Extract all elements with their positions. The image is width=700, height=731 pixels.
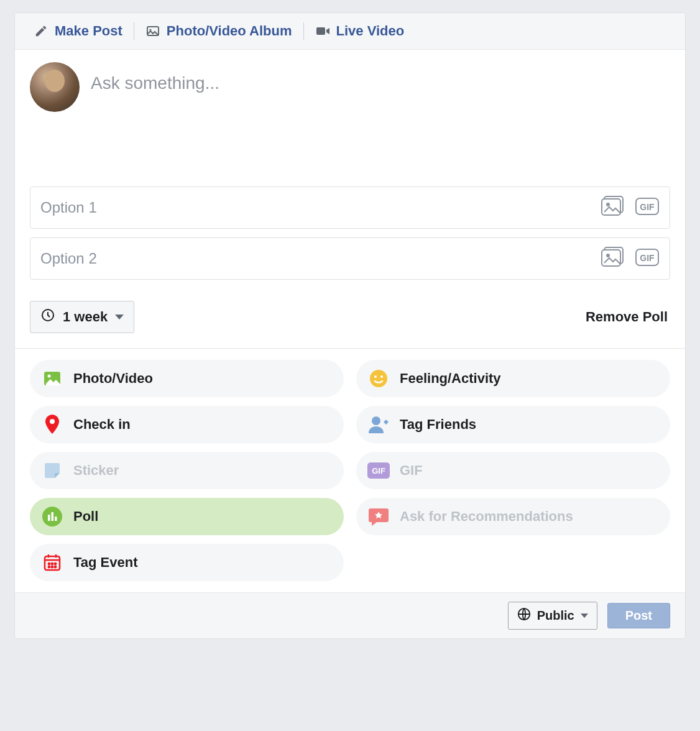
- remove-poll-button[interactable]: Remove Poll: [586, 309, 670, 325]
- svg-point-17: [374, 375, 377, 378]
- attach-photo-video-label: Photo/Video: [73, 370, 153, 387]
- svg-rect-4: [602, 199, 620, 215]
- video-camera-icon: [315, 24, 330, 39]
- photo-album-icon: [145, 24, 160, 39]
- attach-tag-event-label: Tag Event: [73, 554, 138, 571]
- svg-point-10: [607, 254, 609, 257]
- post-button[interactable]: Post: [607, 603, 670, 628]
- poll-option-2-row: GIF: [30, 237, 670, 280]
- attach-ask-recommendations-label: Ask for Recommendations: [400, 508, 573, 525]
- add-photo-option-1[interactable]: [600, 195, 625, 220]
- tag-friends-icon: [367, 413, 390, 436]
- tab-photo-video-album-label: Photo/Video Album: [167, 23, 292, 39]
- svg-text:GIF: GIF: [372, 466, 385, 476]
- attach-tag-friends[interactable]: Tag Friends: [356, 406, 670, 443]
- divider: [134, 22, 134, 40]
- attachments-grid: Photo/Video Feeling/Activity Check in Ta…: [15, 348, 685, 592]
- svg-point-31: [48, 563, 50, 564]
- poll-controls: 1 week Remove Poll: [15, 301, 685, 348]
- svg-rect-2: [316, 27, 325, 35]
- attach-feeling-activity[interactable]: Feeling/Activity: [356, 360, 670, 397]
- attach-check-in[interactable]: Check in: [30, 406, 344, 443]
- svg-point-34: [48, 566, 50, 568]
- poll-duration-label: 1 week: [63, 309, 108, 325]
- attach-poll[interactable]: Poll: [30, 498, 344, 535]
- svg-point-15: [48, 375, 51, 378]
- tab-make-post-label: Make Post: [55, 23, 122, 39]
- chevron-down-icon: [581, 614, 588, 618]
- attach-check-in-label: Check in: [73, 416, 131, 433]
- poll-option-1-row: GIF: [30, 186, 670, 229]
- poll-question-input[interactable]: [91, 62, 670, 93]
- poll-icon: [41, 505, 63, 528]
- add-gif-option-1[interactable]: GIF: [635, 195, 660, 220]
- poll-options: GIF GIF: [15, 186, 685, 301]
- svg-rect-26: [55, 517, 57, 521]
- post-button-label: Post: [625, 609, 652, 622]
- tab-make-post[interactable]: Make Post: [27, 21, 129, 42]
- svg-text:GIF: GIF: [640, 253, 655, 263]
- svg-point-16: [370, 370, 387, 387]
- gif-badge-icon: GIF: [367, 459, 390, 482]
- divider: [303, 22, 304, 40]
- attach-feeling-activity-label: Feeling/Activity: [400, 370, 501, 387]
- svg-point-35: [52, 566, 53, 568]
- svg-text:GIF: GIF: [640, 202, 655, 212]
- photo-icon: [601, 196, 624, 219]
- add-gif-option-2[interactable]: GIF: [635, 246, 660, 271]
- svg-point-19: [50, 419, 55, 424]
- attach-gif[interactable]: GIF GIF: [356, 452, 670, 489]
- attach-sticker-label: Sticker: [73, 462, 119, 479]
- calendar-icon: [41, 551, 63, 574]
- svg-rect-25: [52, 512, 54, 521]
- composer-footer: Public Post: [15, 592, 685, 638]
- poll-option-2-input[interactable]: [40, 250, 590, 267]
- avatar: [30, 62, 80, 112]
- svg-rect-24: [48, 515, 50, 521]
- attach-sticker[interactable]: Sticker: [30, 452, 344, 489]
- svg-point-5: [607, 203, 609, 206]
- post-composer: Make Post Photo/Video Album Live Video: [14, 12, 686, 639]
- attach-gif-label: GIF: [400, 462, 423, 479]
- svg-point-36: [55, 566, 56, 568]
- clock-icon: [40, 308, 55, 326]
- tab-live-video[interactable]: Live Video: [309, 21, 411, 42]
- svg-point-32: [52, 563, 53, 564]
- location-pin-icon: [41, 413, 63, 436]
- attach-poll-label: Poll: [73, 508, 98, 525]
- poll-option-1-input[interactable]: [40, 199, 590, 216]
- composer-tabs: Make Post Photo/Video Album Live Video: [15, 13, 685, 50]
- svg-point-18: [380, 375, 383, 378]
- privacy-label: Public: [537, 609, 574, 623]
- feeling-icon: [367, 367, 390, 390]
- attach-photo-video[interactable]: Photo/Video: [30, 360, 344, 397]
- attach-tag-friends-label: Tag Friends: [400, 416, 476, 433]
- poll-duration-dropdown[interactable]: 1 week: [30, 301, 134, 333]
- recommendations-icon: [367, 505, 390, 528]
- svg-point-33: [55, 563, 56, 564]
- globe-icon: [517, 607, 531, 624]
- compose-area: [15, 50, 685, 186]
- add-photo-option-2[interactable]: [600, 246, 625, 271]
- svg-rect-9: [602, 250, 620, 266]
- photo-icon: [601, 247, 624, 270]
- attach-ask-recommendations[interactable]: Ask for Recommendations: [356, 498, 670, 535]
- pencil-icon: [34, 24, 48, 39]
- tab-photo-video-album[interactable]: Photo/Video Album: [139, 21, 298, 42]
- sticker-icon: [41, 459, 63, 482]
- remove-poll-label: Remove Poll: [586, 309, 668, 324]
- photo-video-icon: [41, 367, 63, 390]
- gif-icon: GIF: [635, 197, 660, 218]
- chevron-down-icon: [115, 315, 124, 320]
- attach-tag-event[interactable]: Tag Event: [30, 544, 344, 581]
- gif-icon: GIF: [635, 248, 660, 269]
- svg-point-20: [372, 416, 380, 425]
- tab-live-video-label: Live Video: [336, 23, 405, 39]
- privacy-selector[interactable]: Public: [508, 602, 597, 630]
